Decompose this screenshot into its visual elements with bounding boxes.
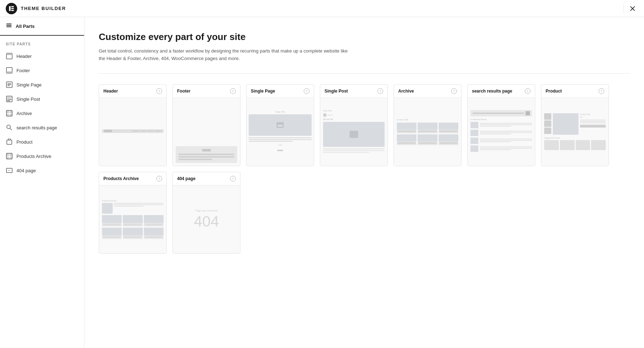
sp-line [249,139,312,140]
app-title: THEME BUILDER [21,6,66,11]
pa-card-body [102,223,122,227]
card-archive-info[interactable]: i [451,88,457,94]
card-single-page-info[interactable]: i [304,88,309,94]
search-line [480,132,532,133]
card-product-info[interactable]: i [599,88,604,94]
svg-rect-30 [7,154,9,156]
svg-rect-33 [10,157,12,159]
sp-lines [249,137,312,142]
product-btn-placeholder [580,125,606,128]
product-thumb [544,113,551,120]
card-single-page-bar: Single Page i [247,85,314,98]
pa-card-line [145,236,163,237]
pa-feat-img [102,203,113,214]
svg-rect-31 [10,154,12,156]
card-search-results[interactable]: search results page i 12 Matching Result… [467,84,535,166]
spost-author-name: Author [328,114,333,116]
card-single-post-info[interactable]: i [377,88,383,94]
footer-logo-placeholder [202,149,211,151]
nav-line [155,130,161,131]
spost-tag [323,119,326,120]
card-single-post-bar: Single Post i [320,85,387,98]
spost-line [323,152,369,153]
pa-feat-lines [114,203,164,214]
header-logo-placeholder [104,130,112,132]
close-button[interactable] [627,3,638,14]
pa-card-body [144,235,164,239]
pa-card-body [123,235,142,239]
card-footer-preview [173,98,240,166]
sidebar-all-parts[interactable]: All Parts [0,17,84,36]
svg-rect-18 [7,97,11,99]
sidebar-section-label: SITE PARTS [0,36,84,49]
pa-card-body [144,223,164,227]
search-lines [480,131,532,135]
card-product-bar: Product i [541,85,609,98]
arch-title-placeholder: Archive Title [397,119,458,121]
card-product-title: Product [546,89,562,94]
search-line [480,149,511,150]
arch-card-lines [439,130,458,133]
sidebar-item-search-results[interactable]: search results page [0,120,84,135]
sidebar-item-single-post[interactable]: Single Post [0,92,84,106]
card-search-results-info[interactable]: i [525,88,531,94]
sidebar-item-404[interactable]: 404 page [0,163,84,178]
topbar-divider [624,4,624,13]
pa-card-body [123,223,142,227]
arch-card-line [397,142,416,143]
products-archive-preview-content: Featured Products [99,197,166,242]
arch-card-line [439,131,458,132]
card-single-page[interactable]: Single Page i Page Title [246,84,314,166]
pa-card-img [102,228,122,235]
elementor-logo-icon [8,5,15,12]
card-products-archive[interactable]: Products Archive i Featured Products [99,172,167,254]
footer-line [179,154,234,155]
footer-preview-bar [176,146,237,163]
arch-card [439,123,458,133]
sidebar-item-products-archive[interactable]: Products Archive [0,149,84,163]
card-footer[interactable]: Footer i [172,84,240,166]
404-msg-placeholder: Page was not found [195,209,218,212]
search-thumb [470,122,478,128]
card-product[interactable]: Product i Product Tit [541,84,609,166]
search-line [480,141,511,142]
product-suggested-grid [544,140,606,150]
product-sugg-item [560,140,575,150]
archive-preview-content: Archive Title [394,116,461,148]
sidebar-item-product-label: Product [16,139,33,145]
card-single-post[interactable]: Single Post i Post Title Author [320,84,388,166]
card-header-info[interactable]: i [156,88,162,94]
close-icon [630,6,635,11]
arch-card-lines [418,130,437,133]
pa-card-line [103,236,121,237]
page-title: Customize every part of your site [99,31,630,43]
arch-card [439,134,458,145]
pa-card [144,228,164,239]
pa-grid [102,215,164,239]
search-results-icon [6,124,13,131]
sidebar-item-header[interactable]: Header [0,49,84,63]
pa-featured-area [102,203,164,214]
arch-card-line [418,131,436,132]
card-header-preview [99,98,166,166]
sidebar-item-archive[interactable]: Archive [0,106,84,120]
sidebar-item-product[interactable]: Product [0,135,84,149]
pa-card-line [103,224,121,224]
card-header[interactable]: Header i [99,84,167,166]
search-count-placeholder: 12 Matching Results [470,118,532,120]
card-single-post-title: Single Post [325,89,348,94]
sidebar-item-single-page[interactable]: Single Page [0,78,84,92]
card-archive[interactable]: Archive i Archive Title [394,84,462,166]
pa-card-line [145,224,163,224]
product-lines [580,120,606,123]
card-404[interactable]: 404 page i Page was not found 404 [172,172,240,254]
arch-card-line [418,142,436,143]
card-products-archive-info[interactable]: i [156,176,162,182]
spost-tag [330,119,333,120]
header-preview-content [99,126,166,137]
card-404-info[interactable]: i [230,176,236,182]
card-footer-info[interactable]: i [230,88,236,94]
search-svg [6,124,13,131]
sidebar-item-footer[interactable]: Footer [0,63,84,78]
product-line [580,121,606,122]
